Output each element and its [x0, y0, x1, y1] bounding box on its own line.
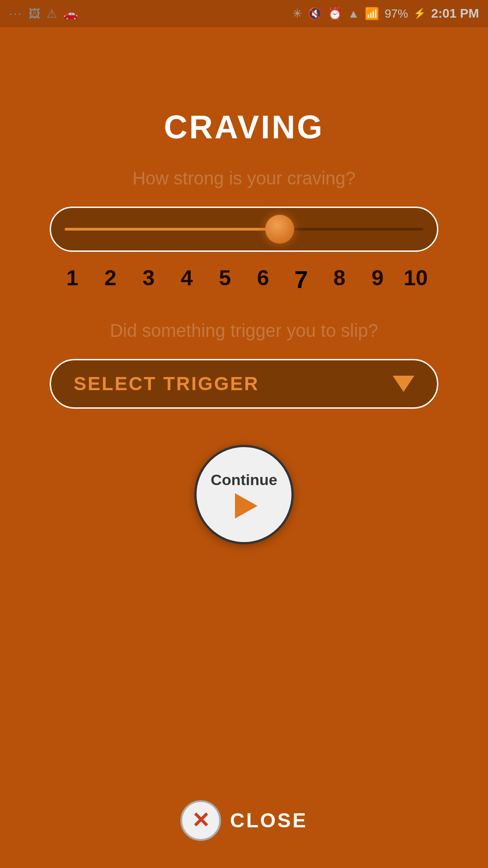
- image-icon: 🖼: [28, 7, 40, 21]
- scale-10: 10: [398, 265, 434, 293]
- scale-9: 9: [360, 265, 396, 293]
- main-content: CRAVING How strong is your craving? 1 2 …: [0, 27, 488, 644]
- page-title: CRAVING: [164, 108, 324, 146]
- continue-label: Continue: [211, 471, 277, 489]
- status-bar: ··· 🖼 ⚠ 🚗 ✳ 🔇 ⏰ ▲ 📶 97% ⚡ 2:01 PM: [0, 0, 488, 27]
- dots-icon: ···: [9, 6, 22, 21]
- scale-6: 6: [245, 265, 281, 293]
- status-bar-right: ✳ 🔇 ⏰ ▲ 📶 97% ⚡ 2:01 PM: [292, 6, 479, 21]
- scale-8: 8: [321, 265, 357, 293]
- craving-slider-container[interactable]: [50, 207, 438, 252]
- dropdown-arrow-icon: [393, 376, 414, 392]
- close-row[interactable]: ✕ CLOSE: [180, 800, 308, 841]
- car-icon: 🚗: [63, 7, 78, 21]
- scale-1: 1: [54, 265, 90, 293]
- bluetooth-icon: ✳: [292, 7, 302, 21]
- battery-percentage: 97%: [385, 7, 408, 21]
- scale-2: 2: [92, 265, 128, 293]
- mute-icon: 🔇: [308, 7, 322, 21]
- scale-5: 5: [207, 265, 243, 293]
- close-circle[interactable]: ✕: [180, 800, 221, 841]
- wifi-icon: ▲: [347, 7, 359, 21]
- scale-7: 7: [283, 265, 319, 293]
- select-trigger-label: SELECT TRIGGER: [74, 373, 259, 395]
- scale-4: 4: [169, 265, 205, 293]
- battery-icon: ⚡: [413, 8, 426, 19]
- play-icon: [235, 493, 258, 519]
- continue-button[interactable]: Continue: [194, 445, 294, 544]
- scale-numbers: 1 2 3 4 5 6 7 8 9 10: [50, 265, 438, 293]
- select-trigger-button[interactable]: SELECT TRIGGER: [50, 359, 438, 409]
- warning-icon: ⚠: [47, 7, 57, 21]
- signal-icon: 📶: [365, 7, 379, 21]
- scale-3: 3: [131, 265, 167, 293]
- craving-subtitle: How strong is your craving?: [132, 168, 356, 189]
- trigger-question: Did something trigger you to slip?: [110, 321, 378, 341]
- close-label: CLOSE: [230, 809, 308, 832]
- close-x-icon: ✕: [192, 810, 210, 831]
- time-display: 2:01 PM: [431, 6, 479, 21]
- status-bar-left: ··· 🖼 ⚠ 🚗: [9, 6, 78, 21]
- alarm-icon: ⏰: [328, 7, 342, 21]
